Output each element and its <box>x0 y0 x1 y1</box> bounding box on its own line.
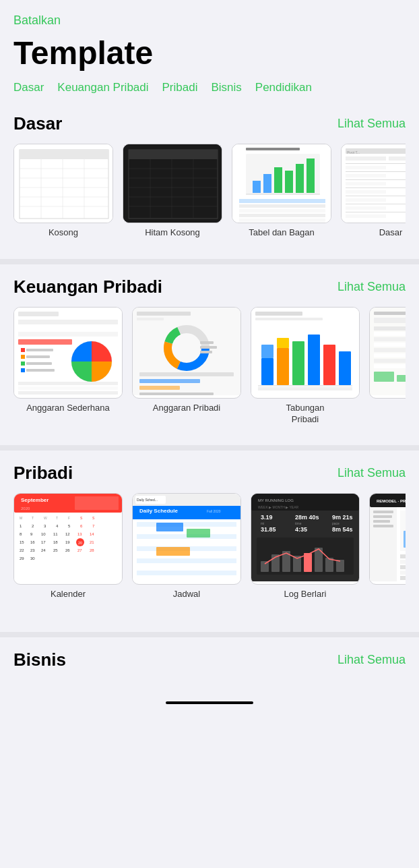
svg-rect-27 <box>274 167 282 193</box>
see-all-dasar[interactable]: Lihat Semua <box>337 117 406 131</box>
tab-keuangan[interactable]: Keuangan Pribadi <box>57 81 148 94</box>
category-tabs: Dasar Keuangan Pribadi Pribadi Bisnis Pe… <box>0 71 419 101</box>
svg-rect-108 <box>374 337 406 341</box>
svg-rect-183 <box>156 547 190 556</box>
svg-rect-13 <box>129 150 218 159</box>
section-dasar-title: Dasar <box>13 113 62 134</box>
thumb-tabungan <box>251 307 360 399</box>
svg-text:16: 16 <box>30 540 35 544</box>
svg-rect-85 <box>139 393 214 395</box>
svg-text:Pivot T...: Pivot T... <box>347 150 360 154</box>
card-tabel[interactable]: Tabel dan Bagan <box>232 144 331 239</box>
card-kalender[interactable]: September 2020 M T W T F S S 1 2 3 4 <box>13 493 123 612</box>
svg-rect-209 <box>370 507 397 581</box>
svg-text:12: 12 <box>65 532 70 536</box>
see-all-keuangan[interactable]: Lihat Semua <box>337 280 406 294</box>
dasar-cards-row: Kosong Hitam Kosong <box>13 144 406 245</box>
svg-rect-45 <box>346 174 386 177</box>
svg-rect-179 <box>137 565 236 569</box>
svg-text:Daily Schedule: Daily Schedule <box>139 508 178 514</box>
svg-text:23: 23 <box>30 548 35 552</box>
svg-rect-178 <box>137 558 236 563</box>
tabel-svg <box>232 144 331 223</box>
tab-dasar[interactable]: Dasar <box>13 81 44 94</box>
svg-rect-64 <box>21 348 25 352</box>
svg-rect-55 <box>346 214 386 218</box>
cancel-button[interactable]: Batalkan <box>13 11 61 30</box>
svg-rect-54 <box>346 212 406 212</box>
section-pribadi-title: Pribadi <box>13 463 73 484</box>
header: Batalkan Template <box>0 0 419 71</box>
thumb-log: MY RUNNING LOG WEEK ▶ MONTH ▶ YEAR 3.19 … <box>251 493 360 585</box>
tab-pribadi[interactable]: Pribadi <box>162 81 198 94</box>
card-jadwal[interactable]: Daily Sched... Daily Schedule Fall 2020 <box>132 493 241 612</box>
card-rencana[interactable]: REMODEL · PROJECT B... <box>369 493 406 612</box>
svg-rect-77 <box>137 318 164 320</box>
svg-rect-26 <box>263 174 271 193</box>
svg-rect-113 <box>374 364 406 368</box>
svg-rect-99 <box>339 351 351 385</box>
svg-text:time: time <box>295 521 302 525</box>
svg-rect-30 <box>307 158 315 193</box>
svg-text:10: 10 <box>41 532 46 536</box>
card-log-label: Log Berlari <box>284 589 327 600</box>
section-bisnis: Bisnis Lihat Semua <box>0 637 419 670</box>
svg-rect-114 <box>374 372 394 382</box>
svg-rect-76 <box>137 312 191 316</box>
svg-text:4:35: 4:35 <box>295 526 307 533</box>
svg-text:WEEK ▶ MONTH ▶ YEAR: WEEK ▶ MONTH ▶ YEAR <box>258 505 299 509</box>
svg-text:18: 18 <box>53 540 58 544</box>
svg-rect-61 <box>18 332 118 337</box>
thumb-rencana: REMODEL · PROJECT B... <box>369 493 406 585</box>
card-tabel-label: Tabel dan Bagan <box>249 227 315 239</box>
svg-rect-175 <box>137 540 236 545</box>
svg-rect-73 <box>18 386 118 390</box>
see-all-bisnis[interactable]: Lihat Semua <box>337 653 406 667</box>
svg-rect-115 <box>397 375 406 382</box>
svg-rect-87 <box>200 346 217 349</box>
svg-text:9m 21s: 9m 21s <box>332 514 353 521</box>
page-title: Template <box>13 36 406 71</box>
section-keuangan-header: Keuangan Pribadi Lihat Semua <box>13 277 406 297</box>
svg-rect-180 <box>137 571 236 575</box>
card-kosong[interactable]: Kosong <box>13 144 113 239</box>
keuangan-cards-row: Anggaran Sederhana <box>13 307 406 432</box>
thumb-anggaran-sederhana <box>13 307 123 399</box>
tab-bisnis[interactable]: Bisnis <box>211 81 241 94</box>
card-anggaran-sederhana[interactable]: Anggaran Sederhana <box>13 307 123 426</box>
thumb-hitam <box>123 144 222 223</box>
svg-rect-222 <box>400 565 406 569</box>
svg-rect-181 <box>156 523 183 531</box>
svg-rect-34 <box>239 209 325 212</box>
svg-rect-51 <box>346 198 386 202</box>
card-saham[interactable]: Saham S <box>369 307 406 426</box>
svg-rect-91 <box>255 318 323 320</box>
svg-rect-43 <box>346 166 386 169</box>
tab-pendidikan[interactable]: Pendidikan <box>255 81 312 94</box>
svg-text:28: 28 <box>90 548 94 552</box>
svg-rect-93 <box>261 345 273 358</box>
svg-text:21: 21 <box>90 540 94 544</box>
svg-rect-167 <box>200 496 230 504</box>
card-hitam[interactable]: Hitam Kosong <box>123 144 222 239</box>
svg-rect-52 <box>346 204 406 204</box>
svg-text:M: M <box>20 516 22 520</box>
see-all-pribadi[interactable]: Lihat Semua <box>337 466 406 480</box>
svg-text:T: T <box>56 516 58 520</box>
svg-text:22: 22 <box>20 548 24 552</box>
svg-text:27: 27 <box>77 548 82 552</box>
card-dasar[interactable]: Pivot T... Dasar <box>341 144 406 239</box>
card-anggaran-pribadi[interactable]: Anggaran Pribadi <box>132 307 241 426</box>
svg-text:2020: 2020 <box>21 507 30 511</box>
card-log[interactable]: MY RUNNING LOG WEEK ▶ MONTH ▶ YEAR 3.19 … <box>251 493 360 612</box>
svg-rect-215 <box>404 531 406 548</box>
svg-rect-74 <box>18 391 118 395</box>
svg-rect-212 <box>373 520 390 523</box>
svg-rect-95 <box>277 338 289 348</box>
svg-rect-205 <box>336 560 344 572</box>
svg-text:28m 40s: 28m 40s <box>295 514 319 521</box>
divider-1 <box>0 259 419 264</box>
card-tabungan[interactable]: TabunganPribadi <box>251 307 360 426</box>
svg-text:20: 20 <box>78 541 82 545</box>
saham-svg <box>370 308 406 395</box>
